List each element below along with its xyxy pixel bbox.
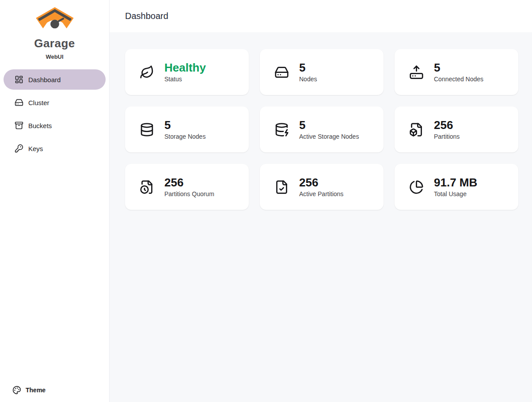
sidebar-item-keys[interactable]: Keys bbox=[4, 138, 106, 159]
hard-drive-icon bbox=[15, 98, 23, 107]
stat-text: 5 Active Storage Nodes bbox=[299, 119, 359, 140]
sidebar-item-buckets[interactable]: Buckets bbox=[4, 115, 106, 136]
stat-card-storage-nodes: 5 Storage Nodes bbox=[125, 106, 249, 152]
stat-text: 91.7 MB Total Usage bbox=[434, 176, 477, 198]
theme-label: Theme bbox=[26, 387, 46, 394]
sidebar: Garage WebUI Dashboard Cluster Buckets bbox=[0, 0, 110, 402]
stat-label: Storage Nodes bbox=[164, 133, 205, 140]
stat-text: 5 Nodes bbox=[299, 61, 317, 83]
stat-value: 256 bbox=[434, 119, 460, 132]
sidebar-item-label: Cluster bbox=[28, 99, 49, 106]
stat-card-partitions-quorum: 256 Partitions Quorum bbox=[125, 164, 249, 210]
stat-card-partitions: 256 Partitions bbox=[395, 106, 518, 152]
stat-card-nodes: 5 Nodes bbox=[260, 49, 384, 95]
sidebar-item-label: Buckets bbox=[28, 122, 52, 129]
stat-label: Partitions bbox=[434, 133, 460, 140]
stat-card-active-partitions: 256 Active Partitions bbox=[260, 164, 384, 210]
theme-button[interactable]: Theme bbox=[0, 386, 109, 402]
stat-card-status: Healthy Status bbox=[125, 49, 249, 95]
database-icon bbox=[140, 122, 154, 137]
file-check-icon bbox=[274, 180, 289, 194]
stat-label: Total Usage bbox=[434, 190, 477, 197]
stat-text: 256 Active Partitions bbox=[299, 176, 343, 198]
hard-drive-icon bbox=[274, 65, 289, 80]
sidebar-nav: Dashboard Cluster Buckets Keys bbox=[0, 69, 109, 386]
stat-label: Connected Nodes bbox=[434, 76, 483, 83]
stat-value: 256 bbox=[164, 176, 214, 190]
sidebar-item-cluster[interactable]: Cluster bbox=[4, 92, 106, 113]
stat-label: Active Storage Nodes bbox=[299, 133, 359, 140]
stat-value: 5 bbox=[164, 119, 205, 132]
stat-value: 256 bbox=[299, 176, 343, 190]
stat-value: Healthy bbox=[164, 61, 206, 75]
leaf-icon bbox=[140, 65, 154, 80]
sidebar-item-label: Keys bbox=[28, 145, 43, 152]
stat-text: 256 Partitions bbox=[434, 119, 460, 140]
brand-subtitle: WebUI bbox=[46, 53, 63, 60]
sidebar-item-dashboard[interactable]: Dashboard bbox=[4, 69, 106, 90]
brand-name: Garage bbox=[34, 37, 75, 50]
stat-text: 5 Connected Nodes bbox=[434, 61, 483, 83]
stat-card-connected-nodes: 5 Connected Nodes bbox=[395, 49, 518, 95]
stat-card-active-storage-nodes: 5 Active Storage Nodes bbox=[260, 106, 384, 152]
stat-label: Status bbox=[164, 76, 206, 83]
stat-value: 91.7 MB bbox=[434, 176, 477, 190]
layout-dashboard-icon bbox=[15, 75, 23, 84]
stat-text: 5 Storage Nodes bbox=[164, 119, 205, 140]
garage-logo-icon bbox=[34, 6, 75, 34]
stat-text: Healthy Status bbox=[164, 61, 206, 83]
sidebar-item-label: Dashboard bbox=[28, 76, 61, 83]
pie-chart-icon bbox=[409, 180, 424, 194]
stat-value: 5 bbox=[299, 119, 359, 132]
database-zap-icon bbox=[274, 122, 289, 137]
page-title: Dashboard bbox=[125, 11, 168, 21]
stat-text: 256 Partitions Quorum bbox=[164, 176, 214, 198]
key-icon bbox=[15, 144, 23, 153]
stat-card-total-usage: 91.7 MB Total Usage bbox=[395, 164, 518, 210]
file-clock-icon bbox=[140, 180, 154, 194]
stat-label: Nodes bbox=[299, 76, 317, 83]
main-area: Dashboard Healthy Status 5 Nodes bbox=[110, 0, 532, 402]
stat-value: 5 bbox=[434, 61, 483, 75]
file-box-icon bbox=[409, 122, 424, 137]
stat-value: 5 bbox=[299, 61, 317, 75]
hard-drive-upload-icon bbox=[409, 65, 424, 80]
content: Healthy Status 5 Nodes 5 C bbox=[110, 32, 532, 402]
archive-icon bbox=[15, 121, 23, 130]
palette-icon bbox=[12, 386, 21, 394]
brand: Garage WebUI bbox=[0, 0, 109, 60]
stat-label: Partitions Quorum bbox=[164, 190, 214, 197]
stat-label: Active Partitions bbox=[299, 190, 343, 197]
topbar: Dashboard bbox=[110, 0, 532, 32]
stats-grid: Healthy Status 5 Nodes 5 C bbox=[125, 49, 518, 210]
